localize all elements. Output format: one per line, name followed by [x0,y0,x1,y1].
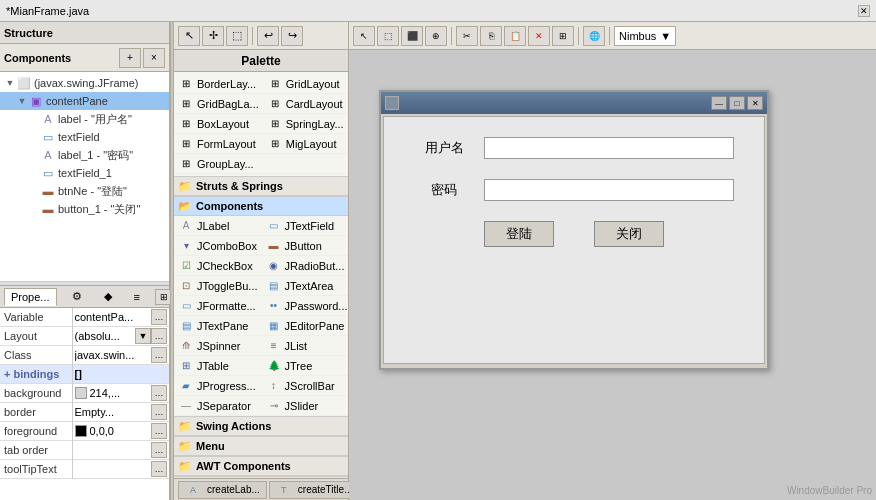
palette-components-grid: A JLabel ▭ JTextField ▾ JComboBox ▬ JBut… [174,216,348,416]
props-class-btn[interactable]: … [151,347,167,363]
props-tab-events[interactable]: ◆ [97,287,119,306]
canvas-paste-btn[interactable]: 📋 [504,26,526,46]
props-row-bindings[interactable]: + bindings [] [0,365,169,384]
palette-item-jlist[interactable]: ≡ JList [262,336,348,356]
palette-item-cardlayout[interactable]: ⊞ CardLayout [263,94,348,114]
props-tab-more[interactable]: ≡ [127,288,147,306]
props-val-foreground[interactable]: 0,0,0 … [72,422,169,441]
canvas-toolbar-btn-3[interactable]: ⬛ [401,26,423,46]
swing-min-btn[interactable]: — [711,96,727,110]
palette-section-awt[interactable]: 📁 AWT Components [174,456,348,476]
props-val-layout[interactable]: (absolu... ▼ … [72,327,169,346]
palette-item-jcombobox[interactable]: ▾ JComboBox [174,236,262,256]
palette-item-jtogglebutton[interactable]: ⊡ JToggleBu... [174,276,262,296]
components-label: Components [4,52,117,64]
swing-username-textfield[interactable] [484,137,734,159]
remove-component-button[interactable]: × [143,48,165,68]
tree-item-textfield1[interactable]: ▶ ▭ textField_1 [0,164,169,182]
canvas-toolbar-btn-1[interactable]: ↖ [353,26,375,46]
canvas-globe-btn[interactable]: 🌐 [583,26,605,46]
palette-section-struts[interactable]: 📁 Struts & Springs [174,176,348,196]
props-val-tooltip[interactable]: … [72,460,169,479]
palette-item-jtable[interactable]: ⊞ JTable [174,356,262,376]
swing-close-form-btn[interactable]: 关闭 [594,221,664,247]
palette-item-gridlayout[interactable]: ⊞ GridLayout [263,74,348,94]
toolbar-undo-btn[interactable]: ↩ [257,26,279,46]
bottom-tab-create-title[interactable]: T createTitle... [269,481,360,499]
props-foreground-btn[interactable]: … [151,423,167,439]
palette-item-jspinner[interactable]: ⟰ JSpinner [174,336,262,356]
props-taborder-btn[interactable]: … [151,442,167,458]
palette-section-components-header[interactable]: 📂 Components [174,196,348,216]
props-val-taborder[interactable]: … [72,441,169,460]
swing-window-icon [385,96,399,110]
palette-item-jprogressbar[interactable]: ▰ JProgress... [174,376,262,396]
palette-section-menu[interactable]: 📁 Menu [174,436,348,456]
props-tooltip-btn[interactable]: … [151,461,167,477]
palette-item-jtree[interactable]: 🌲 JTree [262,356,348,376]
props-val-background[interactable]: 214,... … [72,384,169,403]
props-border-btn[interactable]: … [151,404,167,420]
tree-item-contentpane[interactable]: ▼ ▣ contentPane [0,92,169,110]
toolbar-select-btn[interactable]: ↖ [178,26,200,46]
props-layout-edit-btn[interactable]: … [151,328,167,344]
toolbar-pointer-btn[interactable]: ✢ [202,26,224,46]
props-val-variable[interactable]: contentPa... … [72,308,169,327]
palette-item-jtextfield[interactable]: ▭ JTextField [262,216,348,236]
palette-item-jeditorpane[interactable]: ▦ JEditorPane [262,316,348,336]
canvas-toolbar-btn-4[interactable]: ⊕ [425,26,447,46]
tree-toggle-contentpane[interactable]: ▼ [16,95,28,107]
tree-item-label-password[interactable]: ▶ A label_1 - "密码" [0,146,169,164]
canvas-area[interactable]: — □ ✕ 用户名 密码 [349,50,876,500]
palette-item-springlayout[interactable]: ⊞ SpringLay... [263,114,348,134]
bottom-tab-create-label[interactable]: A createLab... [178,481,267,499]
toolbar-redo-btn[interactable]: ↪ [281,26,303,46]
props-tab-settings[interactable]: ⚙ [65,287,89,306]
tree-item-label-username[interactable]: ▶ A label - "用户名" [0,110,169,128]
palette-item-boxlayout[interactable]: ⊞ BoxLayout [174,114,263,134]
palette-item-jradiobutton[interactable]: ◉ JRadioBut... [262,256,348,276]
swing-password-textfield[interactable] [484,179,734,201]
props-val-border[interactable]: Empty... … [72,403,169,422]
props-layout-dropdown-btn[interactable]: ▼ [135,328,151,344]
palette-section-swingactions[interactable]: 📁 Swing Actions [174,416,348,436]
tree-item-jframe[interactable]: ▼ ⬜ (javax.swing.JFrame) [0,74,169,92]
swing-login-btn[interactable]: 登陆 [484,221,554,247]
props-row-foreground: foreground 0,0,0 … [0,422,169,441]
canvas-grid-btn[interactable]: ⊞ [552,26,574,46]
palette-item-gridbaglayout[interactable]: ⊞ GridBagLa... [174,94,263,114]
title-bar-close[interactable]: ✕ [858,5,870,17]
palette-item-jtextarea[interactable]: ▤ JTextArea [262,276,348,296]
canvas-cut-btn[interactable]: ✂ [456,26,478,46]
nimbus-selector[interactable]: Nimbus ▼ [614,26,676,46]
props-val-class[interactable]: javax.swin... … [72,346,169,365]
tree-item-btn-close[interactable]: ▶ ▬ button_1 - "关闭" [0,200,169,218]
toolbar-marquee-btn[interactable]: ⬚ [226,26,248,46]
swing-max-btn[interactable]: □ [729,96,745,110]
palette-item-jformattedtextfield[interactable]: ▭ JFormatte... [174,296,262,316]
props-variable-btn[interactable]: … [151,309,167,325]
props-tab-properties[interactable]: Prope... [4,288,57,306]
props-background-btn[interactable]: … [151,385,167,401]
palette-item-formlayout[interactable]: ⊞ FormLayout [174,134,263,154]
props-val-bindings[interactable]: [] [72,365,169,384]
add-component-button[interactable]: + [119,48,141,68]
palette-item-jtextpane[interactable]: ▤ JTextPane [174,316,262,336]
palette-item-jslider[interactable]: ⊸ JSlider [262,396,348,416]
canvas-copy-btn[interactable]: ⎘ [480,26,502,46]
palette-item-jcheckbox[interactable]: ☑ JCheckBox [174,256,262,276]
palette-item-jseparator[interactable]: — JSeparator [174,396,262,416]
tree-item-btn-login[interactable]: ▶ ▬ btnNe - "登陆" [0,182,169,200]
palette-item-miglayout[interactable]: ⊞ MigLayout [263,134,348,154]
tree-item-textfield[interactable]: ▶ ▭ textField [0,128,169,146]
palette-item-grouplayout[interactable]: ⊞ GroupLay... [174,154,348,174]
palette-item-jpasswordfield[interactable]: •• JPassword... [262,296,348,316]
tree-toggle-jframe[interactable]: ▼ [4,77,16,89]
palette-item-jbutton[interactable]: ▬ JButton [262,236,348,256]
palette-item-borderlayout[interactable]: ⊞ BorderLay... [174,74,263,94]
canvas-delete-btn[interactable]: ✕ [528,26,550,46]
palette-item-jlabel[interactable]: A JLabel [174,216,262,236]
canvas-toolbar-btn-2[interactable]: ⬚ [377,26,399,46]
palette-item-jscrollbar[interactable]: ↕ JScrollBar [262,376,348,396]
swing-close-btn[interactable]: ✕ [747,96,763,110]
